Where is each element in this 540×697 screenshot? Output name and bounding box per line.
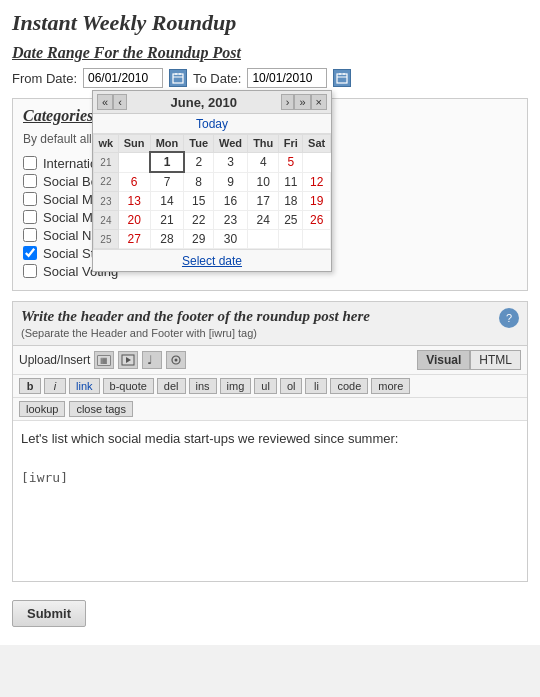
cal-day[interactable]: 7: [150, 172, 184, 192]
cal-day[interactable]: 2: [184, 152, 213, 172]
cal-day[interactable]: 5: [279, 152, 303, 172]
cal-day[interactable]: 3: [213, 152, 247, 172]
toolbar-ins-btn[interactable]: ins: [189, 378, 217, 394]
cal-header: « ‹ June, 2010 › » ×: [93, 91, 331, 114]
cal-day[interactable]: 4: [248, 152, 279, 172]
editor-content[interactable]: Let's list which social media start-ups …: [13, 421, 527, 581]
from-date-label: From Date:: [12, 71, 77, 86]
upload-insert-area: Upload/Insert ▦ ♩: [19, 351, 186, 369]
cal-day[interactable]: 10: [248, 172, 279, 192]
cal-day[interactable]: 17: [248, 192, 279, 211]
toolbar-more-btn[interactable]: more: [371, 378, 410, 394]
editor-help-icon[interactable]: ?: [499, 308, 519, 328]
category-checkbox-2[interactable]: [23, 192, 37, 206]
cal-day: [118, 152, 150, 172]
category-checkbox-5[interactable]: [23, 246, 37, 260]
to-date-input[interactable]: [247, 68, 327, 88]
category-checkbox-3[interactable]: [23, 210, 37, 224]
cal-day[interactable]: 6: [118, 172, 150, 192]
cal-today-btn[interactable]: Today: [196, 117, 228, 131]
cal-day[interactable]: 16: [213, 192, 247, 211]
cal-day[interactable]: 12: [303, 172, 331, 192]
toolbar-close-tags-btn[interactable]: close tags: [69, 401, 133, 417]
from-calendar-icon[interactable]: [169, 69, 187, 87]
cal-tue-header: Tue: [184, 135, 213, 153]
toolbar-ul-btn[interactable]: ul: [254, 378, 277, 394]
cal-day[interactable]: 29: [184, 230, 213, 249]
toolbar-i-btn[interactable]: i: [44, 378, 66, 394]
cal-day[interactable]: 11: [279, 172, 303, 192]
cal-day[interactable]: 8: [184, 172, 213, 192]
cal-sun-header: Sun: [118, 135, 150, 153]
editor-subtext: (Separate the Header and Footer with [iw…: [21, 327, 370, 339]
visual-view-btn[interactable]: Visual: [417, 350, 470, 370]
cal-day[interactable]: 30: [213, 230, 247, 249]
cal-today-row: Today: [93, 114, 331, 134]
html-view-btn[interactable]: HTML: [470, 350, 521, 370]
cal-table: wk Sun Mon Tue Wed Thu Fri Sat 211234522…: [93, 134, 331, 249]
toolbar-img-btn[interactable]: img: [220, 378, 252, 394]
upload-media-icon[interactable]: [118, 351, 138, 369]
cal-prev-month-btn[interactable]: ‹: [113, 94, 127, 110]
cal-next-month-btn[interactable]: ›: [281, 94, 295, 110]
editor-toolbar-buttons: bilinkb-quotedelinsimgulollicodemore: [13, 375, 527, 398]
toolbar-b-btn[interactable]: b: [19, 378, 41, 394]
toolbar-ol-btn[interactable]: ol: [280, 378, 303, 394]
cal-day[interactable]: 24: [248, 211, 279, 230]
toolbar-code-btn[interactable]: code: [330, 378, 368, 394]
date-range-row: From Date: « ‹ June, 2010 › » × Today wk: [12, 68, 528, 88]
cal-select-date-btn[interactable]: Select date: [182, 254, 242, 268]
cal-prev-year-btn[interactable]: «: [97, 94, 113, 110]
cal-thu-header: Thu: [248, 135, 279, 153]
cal-day[interactable]: 26: [303, 211, 331, 230]
toolbar-li-btn[interactable]: li: [305, 378, 327, 394]
cal-close-btn[interactable]: ×: [311, 94, 327, 110]
cal-day[interactable]: 13: [118, 192, 150, 211]
cal-wk-header: wk: [94, 135, 119, 153]
from-date-input[interactable]: [83, 68, 163, 88]
toolbar-b-quote-btn[interactable]: b-quote: [103, 378, 154, 394]
svg-text:▦: ▦: [100, 356, 108, 365]
cal-day[interactable]: 1: [150, 152, 184, 172]
cal-week-num: 22: [94, 172, 119, 192]
svg-point-15: [175, 358, 178, 361]
view-buttons: Visual HTML: [417, 350, 521, 370]
cal-day[interactable]: 19: [303, 192, 331, 211]
cal-next-year-btn[interactable]: »: [294, 94, 310, 110]
editor-toolbar-top: Upload/Insert ▦ ♩ Visual HTML: [13, 346, 527, 375]
cal-day[interactable]: 22: [184, 211, 213, 230]
cal-day[interactable]: 18: [279, 192, 303, 211]
date-range-heading: Date Range For the Roundup Post: [12, 44, 528, 62]
cal-sat-header: Sat: [303, 135, 331, 153]
upload-image-icon[interactable]: ▦: [94, 351, 114, 369]
category-checkbox-0[interactable]: [23, 156, 37, 170]
cal-week-num: 21: [94, 152, 119, 172]
cal-day[interactable]: 9: [213, 172, 247, 192]
cal-day[interactable]: 15: [184, 192, 213, 211]
cal-mon-header: Mon: [150, 135, 184, 153]
toolbar-lookup-btn[interactable]: lookup: [19, 401, 65, 417]
category-checkbox-4[interactable]: [23, 228, 37, 242]
cal-day[interactable]: 20: [118, 211, 150, 230]
cal-day: [279, 230, 303, 249]
toolbar-link-btn[interactable]: link: [69, 378, 100, 394]
category-checkbox-6[interactable]: [23, 264, 37, 278]
to-date-label: To Date:: [193, 71, 241, 86]
cal-day[interactable]: 27: [118, 230, 150, 249]
submit-button[interactable]: Submit: [12, 600, 86, 627]
toolbar-del-btn[interactable]: del: [157, 378, 186, 394]
cal-fri-header: Fri: [279, 135, 303, 153]
cal-day[interactable]: 25: [279, 211, 303, 230]
upload-audio-icon[interactable]: ♩: [142, 351, 162, 369]
cal-day[interactable]: 14: [150, 192, 184, 211]
category-checkbox-1[interactable]: [23, 174, 37, 188]
editor-heading: Write the header and the footer of the r…: [21, 308, 370, 325]
editor-header: Write the header and the footer of the r…: [13, 302, 527, 346]
svg-rect-4: [337, 74, 347, 83]
to-calendar-icon[interactable]: [333, 69, 351, 87]
cal-day[interactable]: 21: [150, 211, 184, 230]
editor-text: Let's list which social media start-ups …: [21, 431, 398, 446]
cal-day[interactable]: 23: [213, 211, 247, 230]
upload-misc-icon[interactable]: [166, 351, 186, 369]
cal-day[interactable]: 28: [150, 230, 184, 249]
